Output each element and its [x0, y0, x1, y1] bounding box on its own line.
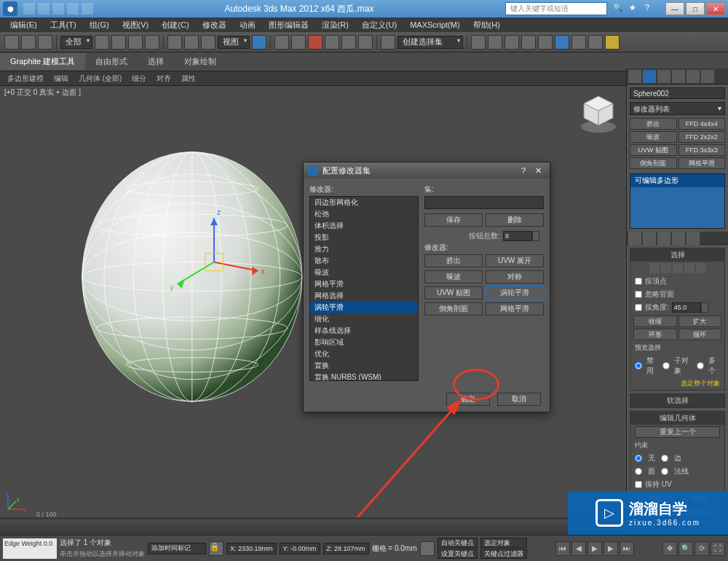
panel-btn-uvwmap[interactable]: UVW 贴图	[630, 144, 677, 156]
listbox-item[interactable]: 推力	[310, 243, 418, 255]
listbox-item[interactable]: 网格平滑	[310, 278, 418, 290]
listbox-item[interactable]: 松弛	[310, 208, 418, 220]
subtab-align[interactable]: 对齐	[152, 72, 175, 85]
panel-btn-chamfer[interactable]: 倒角剖面	[630, 157, 677, 169]
subtab-edit[interactable]: 编辑	[50, 72, 73, 85]
play-icon[interactable]: ▶	[587, 541, 602, 556]
element-subobj-icon[interactable]	[696, 263, 706, 273]
panel-btn-meshsmooth[interactable]: 网格平滑	[678, 157, 726, 169]
ribbon-tab-freeform[interactable]: 自由形式	[85, 53, 138, 70]
spinner-buttons[interactable]	[532, 231, 539, 241]
menu-edit[interactable]: 编辑(E)	[4, 18, 43, 32]
window-crossing-icon[interactable]	[145, 35, 159, 50]
dialog-help-button[interactable]: ?	[516, 166, 531, 175]
preview-disable-radio[interactable]	[635, 362, 642, 369]
slot-turbosmooth[interactable]: 涡轮平滑	[486, 286, 544, 299]
qat-icon[interactable]	[67, 3, 79, 15]
listbox-item[interactable]: 细化	[310, 313, 418, 325]
render-frame-icon[interactable]	[588, 35, 603, 50]
manipulate-icon[interactable]	[274, 35, 289, 50]
layers-icon[interactable]	[505, 35, 519, 50]
move-icon[interactable]	[167, 35, 182, 50]
preserve-uv-checkbox[interactable]	[635, 481, 642, 488]
panel-btn-noise[interactable]: 噪波	[630, 131, 677, 143]
menu-maxscript[interactable]: MAXScript(M)	[404, 19, 465, 31]
constrain-face-radio[interactable]	[635, 468, 642, 475]
panel-btn-ffd444[interactable]: FFD 4x4x4	[678, 118, 726, 130]
app-logo[interactable]: ⬢	[3, 1, 17, 16]
timeline[interactable]: 0 / 100	[0, 517, 626, 535]
panel-btn-ffd222[interactable]: FFD 2x2x2	[678, 131, 726, 143]
slot-meshsmooth[interactable]: 网格平滑	[486, 302, 544, 315]
panel-btn-extrude[interactable]: 挤出	[630, 118, 677, 130]
lock-icon[interactable]: 🔒	[209, 541, 223, 556]
subtab-geometry[interactable]: 几何体 (全部)	[74, 72, 126, 85]
named-sel-dropdown[interactable]: 创建选择集	[397, 36, 463, 49]
repeat-last-button[interactable]: 重复上一个	[635, 426, 720, 438]
select-name-icon[interactable]	[111, 35, 126, 50]
help-search-input[interactable]: 键入关键字或短语	[505, 2, 607, 15]
delete-set-button[interactable]: 删除	[486, 213, 544, 227]
menu-graph[interactable]: 图形编辑器	[263, 18, 314, 32]
coord-x[interactable]: X: 2330.19mm	[226, 543, 277, 554]
ring-button[interactable]: 环形	[633, 329, 677, 340]
goto-end-icon[interactable]: ⏭	[620, 541, 634, 556]
menu-help[interactable]: 帮助(H)	[467, 18, 506, 32]
link-icon[interactable]	[4, 35, 19, 50]
maximize-button[interactable]: □	[686, 2, 705, 15]
curve-editor-icon[interactable]	[521, 35, 536, 50]
qat-icon[interactable]	[38, 3, 50, 15]
constrain-none-radio[interactable]	[635, 455, 642, 462]
pan-icon[interactable]: ✥	[662, 541, 677, 556]
dialog-close-button[interactable]: ✕	[531, 166, 545, 176]
key-icon[interactable]	[420, 541, 435, 556]
listbox-item[interactable]: 噪波	[310, 267, 418, 278]
select-icon[interactable]	[95, 35, 109, 50]
maximize-viewport-icon[interactable]: ⛶	[711, 541, 725, 556]
listbox-item[interactable]: 优化	[310, 348, 418, 360]
setkey-button[interactable]: 设置关键点	[438, 549, 478, 559]
utilities-tab-icon[interactable]	[701, 70, 714, 83]
prev-frame-icon[interactable]: ◀	[571, 541, 586, 556]
percent-snap-icon[interactable]	[341, 35, 356, 50]
button-count-spinner[interactable]	[503, 231, 532, 241]
loop-button[interactable]: 循环	[678, 329, 722, 340]
rollout-title[interactable]: 选择	[630, 248, 724, 262]
poly-subobj-icon[interactable]	[684, 263, 695, 273]
subtab-props[interactable]: 属性	[177, 72, 200, 85]
rotate-icon[interactable]	[184, 35, 199, 50]
edge-weight-field[interactable]: Edge Weight 0.0	[3, 538, 57, 559]
configure-sets-icon[interactable]	[687, 232, 700, 245]
save-set-button[interactable]: 保存	[424, 213, 483, 227]
listbox-item[interactable]: 体积选择	[310, 220, 418, 232]
cancel-button[interactable]: 取消	[497, 393, 541, 406]
listbox-item[interactable]: 涡轮平滑	[310, 302, 418, 313]
hierarchy-tab-icon[interactable]	[657, 70, 670, 83]
listbox-item[interactable]: 四边形网格化	[310, 197, 418, 208]
modifiers-listbox[interactable]: 四边形网格化松弛体积选择投影推力散布噪波网格平滑网格选择涡轮平滑细化样条线选择影…	[309, 196, 419, 381]
coord-y[interactable]: Y: -0.00mm	[280, 543, 320, 554]
spinner-snap-icon[interactable]	[358, 35, 373, 50]
edge-subobj-icon[interactable]	[661, 263, 671, 273]
keyboard-shortcut-icon[interactable]	[291, 35, 306, 50]
modify-tab-icon[interactable]	[643, 70, 656, 83]
preview-multi-radio[interactable]	[697, 362, 704, 369]
ribbon-tab-paint[interactable]: 对象绘制	[174, 53, 226, 70]
soft-selection-rollout[interactable]: 软选择	[630, 393, 725, 408]
help-icon[interactable]: ?	[645, 3, 657, 15]
time-tag-button[interactable]: 添加时间标记	[148, 543, 206, 554]
slot-symmetry[interactable]: 对称	[486, 270, 544, 283]
mirror-icon[interactable]	[471, 35, 486, 50]
render-icon[interactable]	[605, 35, 620, 50]
bind-icon[interactable]	[38, 35, 52, 50]
angle-snap-icon[interactable]	[325, 35, 339, 50]
render-setup-icon[interactable]	[571, 35, 586, 50]
subtab-polymodel[interactable]: 多边形建模	[3, 72, 48, 85]
align-icon[interactable]	[488, 35, 502, 50]
viewcube[interactable]	[577, 92, 620, 136]
ignore-backface-checkbox[interactable]	[635, 291, 642, 298]
by-angle-checkbox[interactable]	[635, 304, 642, 311]
ribbon-tab-selection[interactable]: 选择	[138, 53, 174, 70]
constrain-normal-radio[interactable]	[661, 468, 668, 475]
unlink-icon[interactable]	[21, 35, 36, 50]
